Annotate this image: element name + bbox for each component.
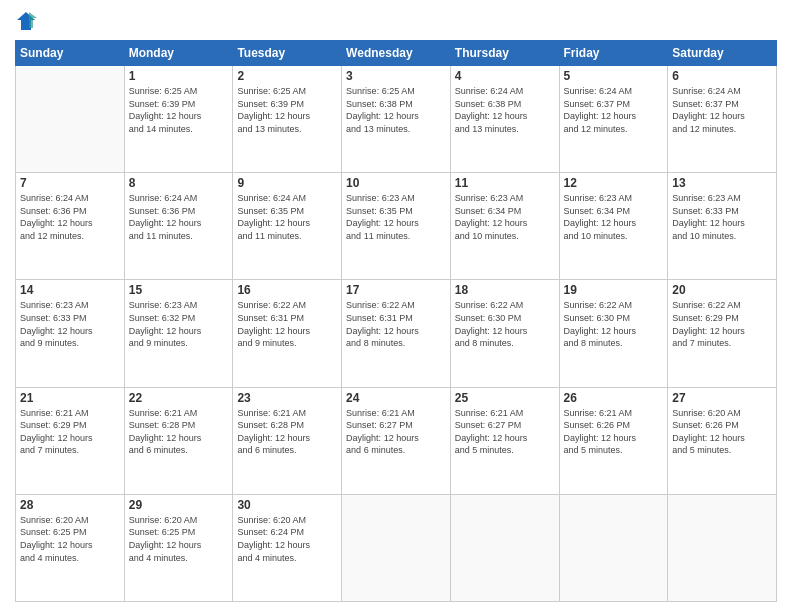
day-number: 25 — [455, 391, 555, 405]
day-number: 2 — [237, 69, 337, 83]
day-number: 29 — [129, 498, 229, 512]
calendar-cell — [342, 494, 451, 601]
day-number: 1 — [129, 69, 229, 83]
day-number: 21 — [20, 391, 120, 405]
day-number: 8 — [129, 176, 229, 190]
calendar-cell: 8Sunrise: 6:24 AMSunset: 6:36 PMDaylight… — [124, 173, 233, 280]
calendar-cell — [450, 494, 559, 601]
day-info: Sunrise: 6:22 AMSunset: 6:31 PMDaylight:… — [346, 299, 446, 349]
day-number: 9 — [237, 176, 337, 190]
calendar-cell: 24Sunrise: 6:21 AMSunset: 6:27 PMDayligh… — [342, 387, 451, 494]
calendar-cell: 7Sunrise: 6:24 AMSunset: 6:36 PMDaylight… — [16, 173, 125, 280]
weekday-header-friday: Friday — [559, 41, 668, 66]
calendar-cell: 30Sunrise: 6:20 AMSunset: 6:24 PMDayligh… — [233, 494, 342, 601]
weekday-header-monday: Monday — [124, 41, 233, 66]
calendar-cell: 12Sunrise: 6:23 AMSunset: 6:34 PMDayligh… — [559, 173, 668, 280]
calendar-cell — [16, 66, 125, 173]
calendar-cell: 1Sunrise: 6:25 AMSunset: 6:39 PMDaylight… — [124, 66, 233, 173]
page: SundayMondayTuesdayWednesdayThursdayFrid… — [0, 0, 792, 612]
day-info: Sunrise: 6:25 AMSunset: 6:39 PMDaylight:… — [237, 85, 337, 135]
calendar-cell: 28Sunrise: 6:20 AMSunset: 6:25 PMDayligh… — [16, 494, 125, 601]
calendar-cell: 22Sunrise: 6:21 AMSunset: 6:28 PMDayligh… — [124, 387, 233, 494]
day-info: Sunrise: 6:24 AMSunset: 6:37 PMDaylight:… — [672, 85, 772, 135]
day-info: Sunrise: 6:22 AMSunset: 6:29 PMDaylight:… — [672, 299, 772, 349]
svg-marker-1 — [29, 12, 37, 28]
weekday-header-saturday: Saturday — [668, 41, 777, 66]
day-info: Sunrise: 6:22 AMSunset: 6:30 PMDaylight:… — [564, 299, 664, 349]
calendar-cell: 21Sunrise: 6:21 AMSunset: 6:29 PMDayligh… — [16, 387, 125, 494]
header — [15, 10, 777, 32]
calendar-cell: 6Sunrise: 6:24 AMSunset: 6:37 PMDaylight… — [668, 66, 777, 173]
calendar-cell: 26Sunrise: 6:21 AMSunset: 6:26 PMDayligh… — [559, 387, 668, 494]
day-number: 28 — [20, 498, 120, 512]
day-number: 16 — [237, 283, 337, 297]
calendar-table: SundayMondayTuesdayWednesdayThursdayFrid… — [15, 40, 777, 602]
day-info: Sunrise: 6:24 AMSunset: 6:36 PMDaylight:… — [129, 192, 229, 242]
calendar-cell — [559, 494, 668, 601]
calendar-cell: 18Sunrise: 6:22 AMSunset: 6:30 PMDayligh… — [450, 280, 559, 387]
day-info: Sunrise: 6:24 AMSunset: 6:35 PMDaylight:… — [237, 192, 337, 242]
day-number: 12 — [564, 176, 664, 190]
day-number: 18 — [455, 283, 555, 297]
day-info: Sunrise: 6:23 AMSunset: 6:32 PMDaylight:… — [129, 299, 229, 349]
day-info: Sunrise: 6:21 AMSunset: 6:28 PMDaylight:… — [237, 407, 337, 457]
day-info: Sunrise: 6:23 AMSunset: 6:34 PMDaylight:… — [564, 192, 664, 242]
day-number: 13 — [672, 176, 772, 190]
calendar-cell: 3Sunrise: 6:25 AMSunset: 6:38 PMDaylight… — [342, 66, 451, 173]
calendar-cell — [668, 494, 777, 601]
weekday-header-wednesday: Wednesday — [342, 41, 451, 66]
weekday-header-sunday: Sunday — [16, 41, 125, 66]
day-number: 30 — [237, 498, 337, 512]
day-number: 17 — [346, 283, 446, 297]
day-number: 3 — [346, 69, 446, 83]
day-info: Sunrise: 6:23 AMSunset: 6:33 PMDaylight:… — [672, 192, 772, 242]
day-info: Sunrise: 6:24 AMSunset: 6:38 PMDaylight:… — [455, 85, 555, 135]
day-number: 19 — [564, 283, 664, 297]
calendar-cell: 15Sunrise: 6:23 AMSunset: 6:32 PMDayligh… — [124, 280, 233, 387]
day-info: Sunrise: 6:21 AMSunset: 6:26 PMDaylight:… — [564, 407, 664, 457]
day-info: Sunrise: 6:21 AMSunset: 6:27 PMDaylight:… — [455, 407, 555, 457]
calendar-cell: 4Sunrise: 6:24 AMSunset: 6:38 PMDaylight… — [450, 66, 559, 173]
day-info: Sunrise: 6:20 AMSunset: 6:24 PMDaylight:… — [237, 514, 337, 564]
calendar-cell: 23Sunrise: 6:21 AMSunset: 6:28 PMDayligh… — [233, 387, 342, 494]
day-info: Sunrise: 6:21 AMSunset: 6:28 PMDaylight:… — [129, 407, 229, 457]
weekday-header-thursday: Thursday — [450, 41, 559, 66]
day-number: 4 — [455, 69, 555, 83]
logo-icon — [15, 10, 37, 32]
day-info: Sunrise: 6:20 AMSunset: 6:25 PMDaylight:… — [129, 514, 229, 564]
calendar-cell: 17Sunrise: 6:22 AMSunset: 6:31 PMDayligh… — [342, 280, 451, 387]
day-number: 10 — [346, 176, 446, 190]
day-number: 20 — [672, 283, 772, 297]
calendar-cell: 2Sunrise: 6:25 AMSunset: 6:39 PMDaylight… — [233, 66, 342, 173]
calendar-cell: 9Sunrise: 6:24 AMSunset: 6:35 PMDaylight… — [233, 173, 342, 280]
day-number: 11 — [455, 176, 555, 190]
calendar-cell: 10Sunrise: 6:23 AMSunset: 6:35 PMDayligh… — [342, 173, 451, 280]
weekday-header-tuesday: Tuesday — [233, 41, 342, 66]
day-number: 6 — [672, 69, 772, 83]
day-info: Sunrise: 6:25 AMSunset: 6:38 PMDaylight:… — [346, 85, 446, 135]
day-info: Sunrise: 6:24 AMSunset: 6:37 PMDaylight:… — [564, 85, 664, 135]
day-number: 26 — [564, 391, 664, 405]
calendar-cell: 19Sunrise: 6:22 AMSunset: 6:30 PMDayligh… — [559, 280, 668, 387]
day-info: Sunrise: 6:25 AMSunset: 6:39 PMDaylight:… — [129, 85, 229, 135]
day-info: Sunrise: 6:22 AMSunset: 6:31 PMDaylight:… — [237, 299, 337, 349]
calendar-cell: 20Sunrise: 6:22 AMSunset: 6:29 PMDayligh… — [668, 280, 777, 387]
calendar-cell: 14Sunrise: 6:23 AMSunset: 6:33 PMDayligh… — [16, 280, 125, 387]
calendar-cell: 13Sunrise: 6:23 AMSunset: 6:33 PMDayligh… — [668, 173, 777, 280]
day-number: 7 — [20, 176, 120, 190]
day-info: Sunrise: 6:21 AMSunset: 6:29 PMDaylight:… — [20, 407, 120, 457]
day-info: Sunrise: 6:22 AMSunset: 6:30 PMDaylight:… — [455, 299, 555, 349]
day-number: 27 — [672, 391, 772, 405]
day-number: 14 — [20, 283, 120, 297]
calendar-cell: 27Sunrise: 6:20 AMSunset: 6:26 PMDayligh… — [668, 387, 777, 494]
day-info: Sunrise: 6:23 AMSunset: 6:33 PMDaylight:… — [20, 299, 120, 349]
day-info: Sunrise: 6:20 AMSunset: 6:25 PMDaylight:… — [20, 514, 120, 564]
calendar-cell: 16Sunrise: 6:22 AMSunset: 6:31 PMDayligh… — [233, 280, 342, 387]
day-info: Sunrise: 6:23 AMSunset: 6:34 PMDaylight:… — [455, 192, 555, 242]
calendar-cell: 11Sunrise: 6:23 AMSunset: 6:34 PMDayligh… — [450, 173, 559, 280]
day-info: Sunrise: 6:20 AMSunset: 6:26 PMDaylight:… — [672, 407, 772, 457]
day-info: Sunrise: 6:23 AMSunset: 6:35 PMDaylight:… — [346, 192, 446, 242]
day-info: Sunrise: 6:21 AMSunset: 6:27 PMDaylight:… — [346, 407, 446, 457]
day-number: 24 — [346, 391, 446, 405]
logo — [15, 10, 41, 32]
